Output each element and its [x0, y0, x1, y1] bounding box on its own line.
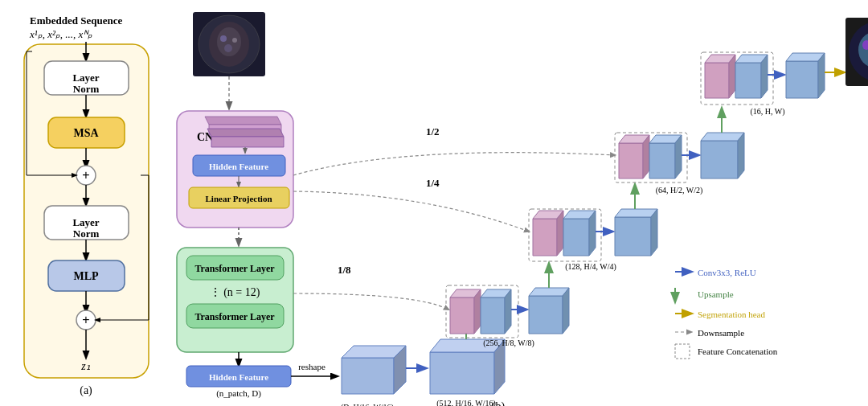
d-h16-w16-label: (D, H/16, W/16) [341, 403, 394, 406]
svg-marker-79 [643, 135, 649, 178]
svg-marker-84 [701, 141, 738, 178]
svg-marker-53 [450, 297, 474, 334]
svg-marker-32 [211, 137, 284, 147]
dim-128-label: (128, H/4, W/4) [565, 262, 616, 272]
z1-label: z₁ [80, 360, 90, 372]
n12-label: ⋮ (n = 12) [210, 286, 260, 299]
svg-marker-70 [589, 211, 596, 256]
transformer-layer-1-label: Transformer Layer [194, 263, 275, 274]
svg-marker-80 [649, 143, 675, 178]
layer-norm-1-label2: Norm [73, 83, 100, 95]
dim-16-label: (16, H, W) [750, 107, 784, 117]
hidden-feature-2-label: Hidden Feature [209, 372, 268, 382]
svg-marker-98 [818, 53, 825, 98]
svg-marker-68 [563, 219, 589, 256]
svg-point-25 [232, 38, 237, 43]
svg-marker-94 [761, 55, 768, 98]
ratio-quarter-label: 1/4 [426, 177, 440, 189]
svg-marker-73 [615, 209, 657, 217]
svg-marker-92 [735, 63, 761, 98]
svg-point-24 [220, 35, 227, 42]
layer-norm-2-label2: Norm [73, 228, 100, 240]
svg-marker-29 [205, 117, 281, 125]
linear-proj-label: Linear Projection [206, 194, 272, 203]
svg-marker-62 [563, 288, 569, 334]
layer-norm-1-label: Layer [72, 72, 99, 84]
n-patch-d-label: (n_patch, D) [216, 388, 261, 399]
layer-norm-2-label: Layer [72, 216, 99, 228]
mlp-label: MLP [73, 270, 99, 282]
ratio-eighth-label: 1/8 [338, 264, 351, 276]
svg-marker-48 [430, 352, 494, 394]
svg-marker-86 [738, 133, 744, 178]
b-label: (b) [492, 400, 506, 406]
svg-marker-60 [529, 296, 563, 334]
plus-1: + [82, 168, 89, 182]
svg-marker-74 [651, 209, 657, 256]
svg-point-26 [224, 44, 232, 52]
svg-marker-61 [529, 288, 569, 296]
ratio-half-label: 1/2 [426, 125, 440, 137]
svg-marker-85 [701, 133, 744, 141]
svg-marker-89 [705, 63, 729, 98]
seg-head-legend-label: Segmentation head [698, 310, 766, 319]
svg-marker-67 [557, 211, 563, 256]
plus-2: + [82, 313, 89, 326]
svg-marker-72 [615, 217, 651, 256]
hidden-feature-1-label: Hidden Feature [209, 162, 268, 171]
reshape-label: reshape [298, 362, 326, 371]
svg-marker-77 [619, 143, 643, 178]
architecture-diagram: Embedded Sequence x¹ₚ, x²ₚ, ..., xᴺₚ Lay… [0, 0, 868, 406]
svg-marker-91 [729, 55, 735, 98]
feat-concat-legend-label: Feature Concatenation [698, 347, 778, 356]
dim-64-label: (64, H/2, W/2) [656, 186, 703, 195]
dim-256-label: (256, H/8, W/8) [483, 338, 534, 348]
conv-legend-label: Conv3x3, ReLU [698, 268, 756, 277]
svg-marker-58 [505, 289, 511, 334]
embedded-seq-formula: x¹ₚ, x²ₚ, ..., xᴺₚ [29, 28, 92, 40]
dim-512-label: (512, H/16, W/16) [436, 399, 496, 406]
transformer-layer-2-label: Transformer Layer [194, 311, 275, 322]
msa-label: MSA [73, 127, 99, 139]
svg-marker-44 [342, 358, 394, 394]
svg-marker-82 [675, 135, 682, 178]
downsample-legend-label: Downsample [698, 328, 744, 338]
a-label: (a) [80, 384, 92, 397]
upsample-legend-label: Upsample [698, 289, 734, 299]
svg-marker-96 [786, 61, 818, 98]
svg-marker-31 [207, 129, 284, 137]
embedded-seq-title: Embedded Sequence [30, 14, 122, 27]
svg-marker-55 [474, 289, 481, 334]
svg-marker-56 [481, 297, 505, 334]
svg-marker-65 [533, 219, 557, 256]
svg-rect-112 [675, 344, 690, 359]
